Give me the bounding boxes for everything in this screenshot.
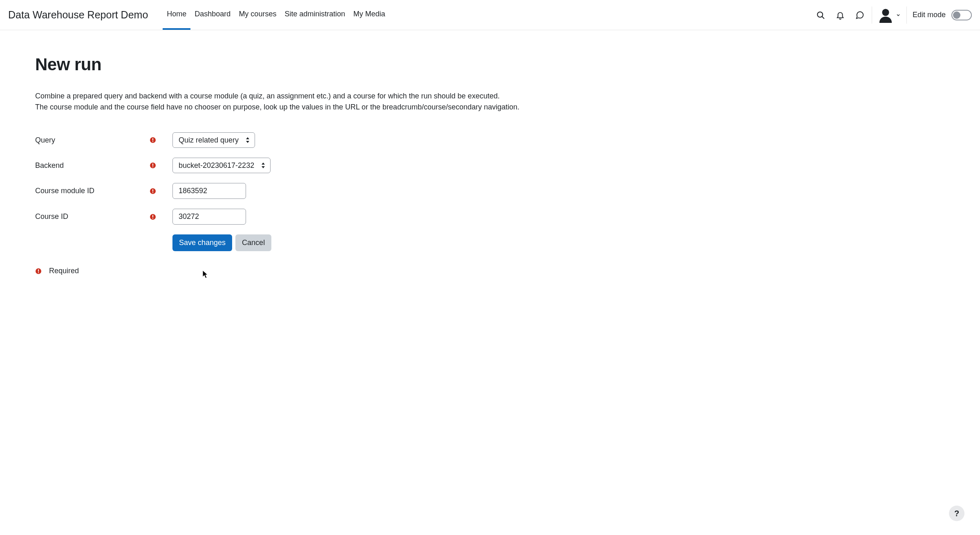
svg-rect-10 xyxy=(152,167,153,167)
svg-point-2 xyxy=(882,9,889,16)
nav-icon-group xyxy=(814,7,872,24)
chat-icon[interactable] xyxy=(854,9,866,21)
edit-mode-toggle[interactable] xyxy=(951,10,972,20)
page-title: New run xyxy=(35,55,537,74)
cmid-label: Course module ID xyxy=(35,187,150,195)
bell-icon[interactable] xyxy=(834,9,846,21)
required-icon xyxy=(150,188,156,194)
required-icon xyxy=(150,162,156,169)
required-legend: Required xyxy=(35,267,537,275)
nav-site-administration[interactable]: Site administration xyxy=(280,0,349,30)
form-row-backend: Backend bucket-20230617-2232 xyxy=(35,158,537,173)
page-main: New run Combine a prepared query and bac… xyxy=(0,30,572,292)
required-legend-text: Required xyxy=(49,267,79,275)
toggle-knob xyxy=(953,11,960,19)
required-icon xyxy=(150,137,156,143)
form-row-courseid: Course ID xyxy=(35,209,537,225)
svg-rect-18 xyxy=(152,218,153,218)
chevron-down-icon xyxy=(896,13,901,18)
svg-rect-4 xyxy=(152,138,153,141)
svg-rect-20 xyxy=(38,269,39,272)
svg-rect-14 xyxy=(152,189,153,192)
avatar-icon xyxy=(878,7,893,23)
form-row-query: Query Quiz related query xyxy=(35,132,537,148)
courseid-label: Course ID xyxy=(35,212,150,221)
nav-my-courses[interactable]: My courses xyxy=(235,0,280,30)
cmid-input[interactable] xyxy=(172,183,246,199)
svg-rect-5 xyxy=(152,141,153,142)
primary-nav: Home Dashboard My courses Site administr… xyxy=(163,0,389,30)
svg-line-1 xyxy=(822,16,824,18)
cancel-button[interactable]: Cancel xyxy=(235,234,271,251)
edit-mode-control: Edit mode xyxy=(907,10,972,20)
navbar: Data Warehouse Report Demo Home Dashboar… xyxy=(0,0,980,30)
page-description: Combine a prepared query and backend wit… xyxy=(35,91,537,113)
required-icon xyxy=(150,214,156,220)
nav-dashboard[interactable]: Dashboard xyxy=(190,0,235,30)
backend-label: Backend xyxy=(35,161,150,170)
edit-mode-label: Edit mode xyxy=(913,11,946,19)
save-button[interactable]: Save changes xyxy=(172,234,232,251)
brand-link[interactable]: Data Warehouse Report Demo xyxy=(8,9,148,21)
courseid-input[interactable] xyxy=(172,209,246,225)
svg-rect-21 xyxy=(38,272,39,273)
svg-rect-15 xyxy=(152,192,153,193)
search-icon[interactable] xyxy=(814,9,827,21)
nav-my-media[interactable]: My Media xyxy=(349,0,389,30)
svg-rect-9 xyxy=(152,164,153,166)
required-icon xyxy=(35,268,42,274)
query-label: Query xyxy=(35,136,150,145)
user-menu[interactable] xyxy=(872,7,907,24)
nav-home[interactable]: Home xyxy=(163,0,190,30)
desc-line-2: The course module and the course field h… xyxy=(35,103,519,111)
svg-rect-17 xyxy=(152,215,153,217)
desc-line-1: Combine a prepared query and backend wit… xyxy=(35,92,500,100)
form-actions: Save changes Cancel xyxy=(35,234,537,251)
form-row-cmid: Course module ID xyxy=(35,183,537,199)
backend-select[interactable]: bucket-20230617-2232 xyxy=(172,158,271,173)
query-select[interactable]: Quiz related query xyxy=(172,132,255,148)
